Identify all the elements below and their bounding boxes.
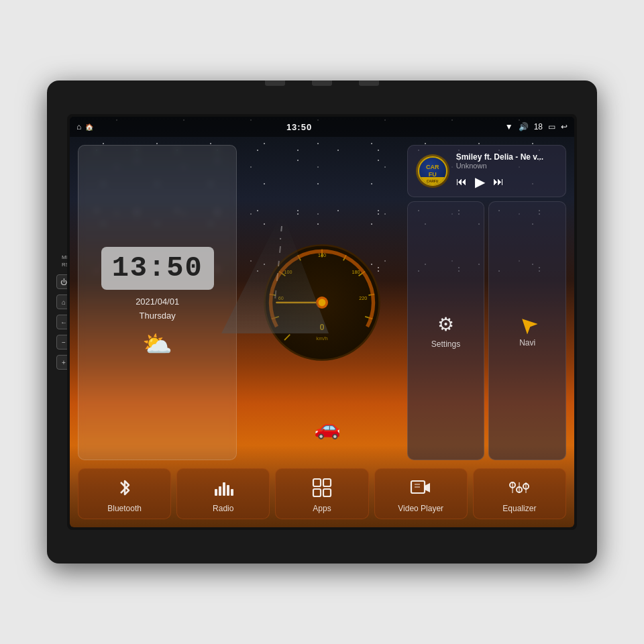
weather-icon: ⛅: [142, 330, 172, 358]
bluetooth-label: Bluetooth: [107, 504, 142, 513]
apps-label: Apps: [313, 504, 331, 513]
clock-panel: 13:50 2021/04/01 Thursday ⛅: [78, 145, 237, 460]
bezel-tabs: [265, 80, 379, 86]
wifi-icon: ▼: [505, 122, 513, 131]
music-artist: Unknown: [456, 162, 557, 170]
screen: 🚗 ⌂ 🏠 13:50 ▼ 🔊 18 ▭ ↩: [70, 117, 574, 527]
play-button[interactable]: ▶: [475, 174, 485, 190]
volume-level: 18: [534, 122, 543, 131]
equalizer-label: Equalizer: [502, 504, 536, 513]
bluetooth-icon: [114, 477, 136, 498]
svg-rect-34: [323, 489, 331, 496]
radio-label: Radio: [213, 504, 233, 513]
svg-rect-33: [313, 489, 321, 496]
svg-rect-27: [219, 486, 221, 496]
battery-icon: ▭: [548, 122, 555, 131]
clock-date: 2021/04/01 Thursday: [136, 295, 179, 323]
equalizer-button[interactable]: Equalizer: [473, 468, 566, 519]
home2-icon[interactable]: 🏠: [85, 123, 93, 131]
back-nav-icon[interactable]: ↩: [561, 122, 568, 131]
apps-icon: [311, 477, 333, 498]
video-player-button[interactable]: Video Player: [374, 468, 468, 519]
status-right: ▼ 🔊 18 ▭ ↩: [505, 122, 568, 131]
status-time: 13:50: [93, 122, 505, 132]
video-player-label: Video Player: [398, 504, 443, 513]
svg-rect-31: [313, 479, 321, 486]
volume-icon: 🔊: [519, 122, 529, 131]
svg-rect-29: [227, 485, 229, 496]
road-svg: [221, 219, 423, 425]
svg-marker-0: [221, 219, 329, 333]
right-panel: CARFU CARFU Smiley ft. Delia - Ne v... U…: [407, 145, 566, 460]
radio-icon: [213, 477, 234, 498]
apps-button[interactable]: Apps: [275, 468, 368, 519]
svg-marker-25: [517, 314, 537, 334]
navi-icon: [517, 314, 537, 334]
screen-bezel: 🚗 ⌂ 🏠 13:50 ▼ 🔊 18 ▭ ↩: [67, 114, 577, 530]
music-title: Smiley ft. Delia - Ne v...: [456, 152, 557, 162]
next-button[interactable]: ⏭: [493, 176, 504, 188]
svg-rect-26: [215, 489, 217, 496]
svg-marker-36: [425, 483, 430, 492]
action-panels: ⚙ Settings Navi: [407, 201, 566, 460]
clock-display: 13:50: [101, 247, 214, 290]
svg-rect-30: [231, 489, 233, 496]
video-icon: [410, 477, 431, 498]
bluetooth-button[interactable]: Bluetooth: [78, 468, 171, 519]
navi-label: Navi: [519, 338, 535, 347]
settings-label: Settings: [431, 339, 460, 349]
car-head-unit: MIC RST ⏻ ⌂ ← − +: [47, 80, 597, 564]
svg-rect-28: [223, 482, 225, 496]
music-info: Smiley ft. Delia - Ne v... Unknown ⏮ ▶ ⏭: [456, 152, 557, 190]
clock-time: 13:50: [112, 252, 203, 284]
home-icon[interactable]: ⌂: [76, 122, 81, 131]
svg-rect-32: [323, 479, 331, 486]
equalizer-icon: [508, 477, 530, 498]
navi-panel[interactable]: Navi: [488, 201, 566, 460]
status-bar: ⌂ 🏠 13:50 ▼ 🔊 18 ▭ ↩: [70, 117, 574, 137]
music-panel: CARFU CARFU Smiley ft. Delia - Ne v... U…: [407, 145, 566, 197]
status-left: ⌂ 🏠: [76, 122, 93, 131]
prev-button[interactable]: ⏮: [456, 176, 467, 188]
car-silhouette: 🚗: [314, 415, 341, 440]
bottom-bar: Bluetooth Radio: [75, 466, 569, 522]
music-controls: ⏮ ▶ ⏭: [456, 174, 557, 190]
music-album-art: CARFU CARFU: [416, 154, 449, 188]
radio-button[interactable]: Radio: [176, 468, 270, 519]
settings-icon: ⚙: [437, 313, 454, 335]
